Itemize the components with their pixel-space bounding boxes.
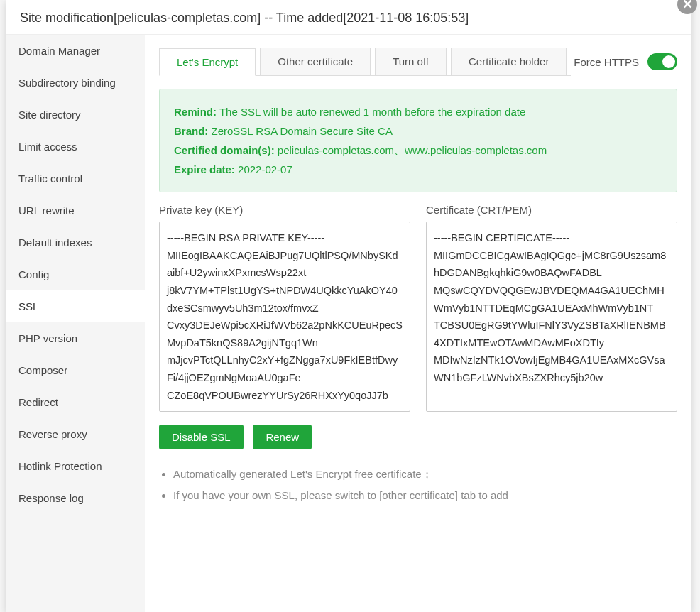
sidebar-item-subdirectory-binding[interactable]: Subdirectory binding — [6, 67, 145, 99]
sidebar-item-default-indexes[interactable]: Default indexes — [6, 226, 145, 258]
certificate-label: Certificate (CRT/PEM) — [426, 204, 677, 216]
content-area: Let's Encrypt Other certificate Turn off… — [145, 35, 691, 612]
info-brand: Brand: ZeroSSL RSA Domain Secure Site CA — [174, 121, 662, 141]
note-item: Automatically generated Let's Encrypt fr… — [173, 464, 677, 485]
sidebar-item-limit-access[interactable]: Limit access — [6, 131, 145, 163]
modal-title: Site modification[peliculas-completas.co… — [6, 0, 691, 35]
info-expire: Expire date: 2022-02-07 — [174, 160, 662, 179]
tab-lets-encrypt[interactable]: Let's Encrypt — [159, 48, 256, 76]
sidebar: Domain Manager Subdirectory binding Site… — [6, 35, 145, 612]
sidebar-item-site-directory[interactable]: Site directory — [6, 99, 145, 131]
sidebar-item-redirect[interactable]: Redirect — [6, 386, 145, 418]
sidebar-item-traffic-control[interactable]: Traffic control — [6, 163, 145, 195]
disable-ssl-button[interactable]: Disable SSL — [159, 425, 244, 449]
sidebar-item-response-log[interactable]: Response log — [6, 482, 145, 514]
private-key-label: Private key (KEY) — [159, 204, 410, 216]
tab-turn-off[interactable]: Turn off — [375, 48, 447, 75]
force-https-control: Force HTTPS — [574, 53, 677, 70]
force-https-toggle[interactable] — [647, 53, 677, 70]
sidebar-item-reverse-proxy[interactable]: Reverse proxy — [6, 418, 145, 450]
info-remind: Remind: The SSL will be auto renewed 1 m… — [174, 102, 662, 121]
site-modification-modal: ✕ Site modification[peliculas-completas.… — [6, 0, 691, 612]
info-domains: Certified domain(s): peliculas-completas… — [174, 141, 662, 160]
sidebar-item-config[interactable]: Config — [6, 258, 145, 290]
tabs-row: Let's Encrypt Other certificate Turn off… — [159, 48, 677, 76]
renew-button[interactable]: Renew — [253, 425, 312, 449]
sidebar-item-domain-manager[interactable]: Domain Manager — [6, 35, 145, 67]
sidebar-item-url-rewrite[interactable]: URL rewrite — [6, 195, 145, 226]
tab-certificate-holder[interactable]: Certificate holder — [451, 48, 567, 75]
certificate-col: Certificate (CRT/PEM) — [426, 204, 677, 412]
ssl-tabs: Let's Encrypt Other certificate Turn off… — [159, 48, 571, 76]
private-key-col: Private key (KEY) — [159, 204, 410, 412]
sidebar-item-ssl[interactable]: SSL — [6, 290, 145, 322]
note-item: If you have your own SSL, please switch … — [173, 485, 677, 506]
force-https-label: Force HTTPS — [574, 56, 639, 68]
tab-other-certificate[interactable]: Other certificate — [260, 48, 371, 75]
sidebar-item-hotlink-protection[interactable]: Hotlink Protection — [6, 450, 145, 482]
certificate-fields: Private key (KEY) Certificate (CRT/PEM) — [159, 204, 677, 412]
certificate-input[interactable] — [426, 222, 677, 412]
private-key-input[interactable] — [159, 222, 410, 412]
notes-list: Automatically generated Let's Encrypt fr… — [159, 464, 677, 506]
modal-body: Domain Manager Subdirectory binding Site… — [6, 35, 691, 612]
button-row: Disable SSL Renew — [159, 425, 677, 449]
sidebar-item-composer[interactable]: Composer — [6, 354, 145, 386]
ssl-info-box: Remind: The SSL will be auto renewed 1 m… — [159, 89, 677, 192]
sidebar-item-php-version[interactable]: PHP version — [6, 322, 145, 354]
